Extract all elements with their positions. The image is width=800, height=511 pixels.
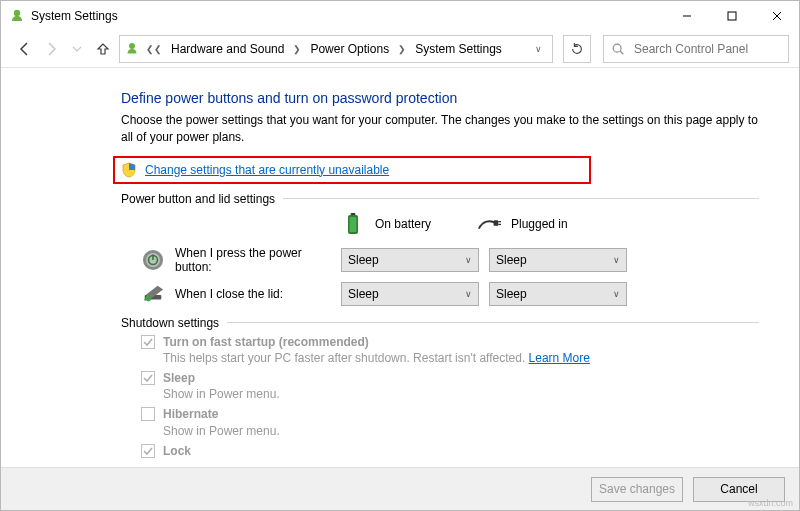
- search-icon: [610, 41, 626, 57]
- checkbox-title: Lock: [163, 444, 191, 458]
- lock-checkbox[interactable]: Lock: [141, 443, 759, 459]
- chevron-down-icon: ∨: [613, 255, 620, 265]
- search-box[interactable]: [603, 35, 789, 63]
- checkbox-desc: This helps start your PC faster after sh…: [163, 351, 529, 365]
- nav-forward-button[interactable]: [41, 39, 61, 59]
- power-button-label: When I press the power button:: [175, 246, 341, 274]
- page-intro: Choose the power settings that you want …: [121, 112, 759, 146]
- combo-value: Sleep: [348, 287, 379, 301]
- battery-icon: [341, 212, 365, 236]
- plug-icon: [477, 212, 501, 236]
- checkbox-icon: [141, 407, 155, 421]
- minimize-button[interactable]: [664, 1, 709, 31]
- chevron-down-icon: ∨: [613, 289, 620, 299]
- group-legend-label: Power button and lid settings: [121, 192, 275, 206]
- power-button-battery-combo[interactable]: Sleep ∨: [341, 248, 479, 272]
- chevron-left-icon: ❮❮: [144, 44, 164, 54]
- hibernate-checkbox[interactable]: Hibernate Show in Power menu.: [141, 406, 759, 438]
- power-columns-header: On battery Plugged in: [141, 212, 759, 236]
- addressbar-dropdown-icon[interactable]: ∨: [529, 44, 548, 54]
- change-unavailable-row: Change settings that are currently unava…: [113, 156, 591, 184]
- combo-value: Sleep: [348, 253, 379, 267]
- col-plugged-in-label: Plugged in: [511, 217, 568, 231]
- checkbox-icon: [141, 371, 155, 385]
- power-button-row: When I press the power button: Sleep ∨ S…: [141, 246, 759, 274]
- checkbox-title: Hibernate: [163, 407, 218, 421]
- power-button-icon: [141, 248, 165, 272]
- svg-line-7: [620, 51, 623, 54]
- close-lid-label: When I close the lid:: [175, 287, 283, 301]
- combo-value: Sleep: [496, 253, 527, 267]
- col-plugged-in: Plugged in: [477, 212, 607, 236]
- group-rule: [283, 198, 759, 199]
- address-bar[interactable]: ❮❮ Hardware and Sound ❯ Power Options ❯ …: [119, 35, 553, 63]
- nav-up-button[interactable]: [93, 39, 113, 59]
- search-input[interactable]: [632, 41, 786, 57]
- group-legend: Shutdown settings: [121, 316, 759, 330]
- close-lid-plugged-combo[interactable]: Sleep ∨: [489, 282, 627, 306]
- power-button-group: Power button and lid settings: [121, 192, 759, 306]
- nav-recent-button[interactable]: [67, 39, 87, 59]
- page-heading: Define power buttons and turn on passwor…: [121, 90, 759, 106]
- nav-row: ❮❮ Hardware and Sound ❯ Power Options ❯ …: [1, 31, 799, 67]
- shield-icon: [121, 162, 137, 178]
- save-button[interactable]: Save changes: [591, 477, 683, 502]
- nav-back-button[interactable]: [15, 39, 35, 59]
- chevron-down-icon: ∨: [465, 289, 472, 299]
- checkbox-title: Turn on fast startup (recommended): [163, 335, 369, 349]
- learn-more-link[interactable]: Learn More: [529, 351, 590, 365]
- change-unavailable-link[interactable]: Change settings that are currently unava…: [145, 163, 389, 177]
- shutdown-group: Shutdown settings Turn on fast startup (…: [121, 316, 759, 459]
- checkbox-desc: Show in Power menu.: [163, 387, 280, 401]
- footer: Save changes Cancel: [1, 467, 799, 510]
- checkbox-title: Sleep: [163, 371, 195, 385]
- col-on-battery-label: On battery: [375, 217, 431, 231]
- breadcrumb-item[interactable]: Power Options: [307, 41, 392, 57]
- laptop-lid-icon: [141, 282, 165, 306]
- sleep-checkbox[interactable]: Sleep Show in Power menu.: [141, 370, 759, 402]
- group-legend: Power button and lid settings: [121, 192, 759, 206]
- power-button-plugged-combo[interactable]: Sleep ∨: [489, 248, 627, 272]
- checkbox-icon: [141, 444, 155, 458]
- control-panel-icon: [124, 41, 140, 57]
- titlebar: System Settings: [1, 1, 799, 31]
- group-legend-label: Shutdown settings: [121, 316, 219, 330]
- window: System Settings: [0, 0, 800, 511]
- svg-rect-11: [494, 220, 499, 226]
- fast-startup-checkbox[interactable]: Turn on fast startup (recommended) This …: [141, 334, 759, 366]
- checkbox-icon: [141, 335, 155, 349]
- svg-rect-8: [351, 213, 356, 215]
- group-rule: [227, 322, 759, 323]
- svg-rect-2: [728, 12, 736, 20]
- window-title: System Settings: [31, 9, 118, 23]
- chevron-down-icon: ∨: [465, 255, 472, 265]
- content-area: Define power buttons and turn on passwor…: [1, 68, 799, 510]
- checkbox-desc: Show in Power menu.: [163, 424, 280, 438]
- breadcrumb-item[interactable]: System Settings: [412, 41, 505, 57]
- svg-rect-10: [350, 217, 357, 232]
- combo-value: Sleep: [496, 287, 527, 301]
- window-controls: [664, 1, 799, 31]
- close-lid-row: When I close the lid: Sleep ∨ Sleep ∨: [141, 282, 759, 306]
- svg-point-0: [14, 10, 20, 16]
- app-icon: [9, 8, 25, 24]
- chevron-right-icon: ❯: [291, 44, 303, 54]
- refresh-button[interactable]: [563, 35, 591, 63]
- svg-point-5: [129, 43, 135, 49]
- chevron-right-icon: ❯: [396, 44, 408, 54]
- close-lid-battery-combo[interactable]: Sleep ∨: [341, 282, 479, 306]
- close-button[interactable]: [754, 1, 799, 31]
- svg-point-6: [613, 44, 621, 52]
- breadcrumb-item[interactable]: Hardware and Sound: [168, 41, 287, 57]
- watermark: wsxdn.com: [748, 498, 793, 508]
- maximize-button[interactable]: [709, 1, 754, 31]
- col-on-battery: On battery: [341, 212, 471, 236]
